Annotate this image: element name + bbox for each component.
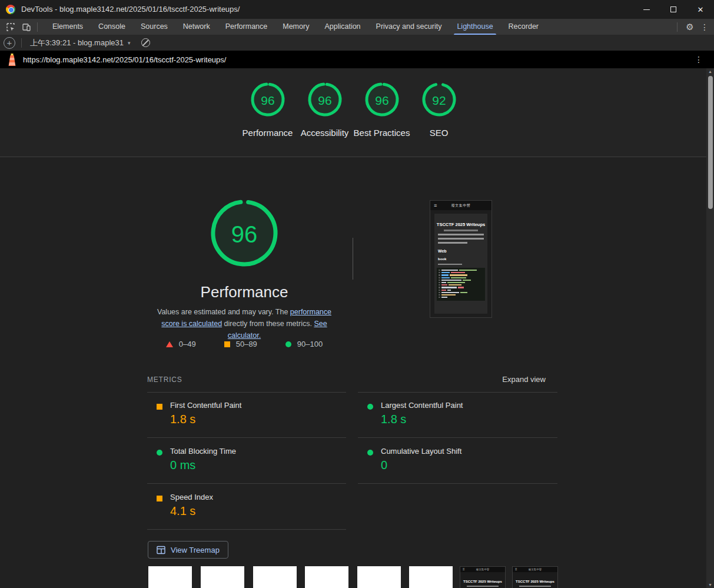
chevron-down-icon: ▾ <box>128 40 131 46</box>
mini-meta-line <box>467 586 498 587</box>
mini-site-title: 廢文集中營 <box>460 568 505 571</box>
fail-triangle-icon <box>166 341 173 347</box>
performance-description: Values are estimated and may vary. The p… <box>148 306 340 341</box>
device-toolbar-icon[interactable] <box>21 22 32 32</box>
tab-privacy-and-security[interactable]: Privacy and security <box>368 19 450 35</box>
svg-text:92: 92 <box>432 94 446 107</box>
preview-heading: Web <box>438 249 487 253</box>
preview-text-line <box>438 238 484 240</box>
category-accessibility[interactable]: 96 Accessibility <box>296 82 353 139</box>
preview-text-line <box>438 242 467 244</box>
window-titlebar: DevTools - blog.maple3142.net/2025/01/16… <box>0 0 714 19</box>
preview-site-title: 廢文集中營 <box>430 203 492 208</box>
report-url-bar: https://blog.maple3142.net/2025/01/16/ts… <box>0 51 714 68</box>
metric-speed-index: Speed Index 4.1 s <box>147 484 346 530</box>
metric-rating-icon <box>157 496 162 501</box>
close-button[interactable]: ✕ <box>687 0 714 19</box>
new-report-button[interactable]: + <box>4 37 15 49</box>
average-square-icon <box>224 341 230 347</box>
toolbar-separator <box>21 38 22 48</box>
minimize-button[interactable] <box>633 0 660 19</box>
tab-application[interactable]: Application <box>317 19 368 35</box>
preview-code-block <box>437 268 485 301</box>
tab-sources[interactable]: Sources <box>133 19 175 35</box>
metric-rating-icon <box>367 404 373 410</box>
chrome-logo-icon <box>6 5 15 14</box>
mini-meta-line <box>519 586 550 587</box>
scores-summary: 96 Performance 96 Accessibility <box>0 68 706 157</box>
preview-header: ≡ 廢文集中營 <box>430 201 492 210</box>
tab-recorder[interactable]: Recorder <box>501 19 546 35</box>
page-screenshot-preview[interactable]: ≡ 廢文集中營 TSCCTF 2025 Writeups Web book <box>430 200 492 318</box>
svg-text:96: 96 <box>318 94 331 107</box>
report-selector-dropdown[interactable]: 上午3:39:21 - blog.maple31 ▾ <box>28 38 133 48</box>
category-best-practices[interactable]: 96 Best Practices <box>353 82 410 139</box>
settings-gear-icon[interactable]: ⚙ <box>682 22 698 32</box>
preview-heading: book <box>438 257 487 261</box>
mini-page-title: TSCCTF 2025 Writeups <box>460 580 505 583</box>
legend-range: 50–89 <box>236 340 257 348</box>
tab-lighthouse[interactable]: Lighthouse <box>449 19 500 35</box>
mini-page-title: TSCCTF 2025 Writeups <box>513 580 557 583</box>
view-treemap-button[interactable]: View Treemap <box>148 541 228 559</box>
category-label: Best Practices <box>353 127 410 139</box>
window-title: DevTools - blog.maple3142.net/2025/01/16… <box>21 0 240 19</box>
category-seo[interactable]: 92 SEO <box>410 82 467 139</box>
metric-first-contentful-paint: First Contentful Paint 1.8 s <box>147 393 346 438</box>
devtools-tabbar: Elements Console Sources Network Perform… <box>0 19 714 35</box>
toolbar-separator <box>677 22 678 32</box>
tab-performance[interactable]: Performance <box>218 19 275 35</box>
metric-name: Speed Index <box>170 493 213 501</box>
metric-largest-contentful-paint: Largest Contentful Paint 1.8 s <box>358 393 557 438</box>
legend-fail: 0–49 <box>166 340 196 348</box>
report-selector-label: 上午3:39:21 - blog.maple31 <box>30 38 124 48</box>
toolbar-separator <box>37 22 38 32</box>
devtools-tabs: Elements Console Sources Network Perform… <box>45 19 546 35</box>
metric-value: 4.1 s <box>170 504 195 518</box>
devtools-window: DevTools - blog.maple3142.net/2025/01/16… <box>0 0 714 588</box>
report-url-link[interactable]: https://blog.maple3142.net/2025/01/16/ts… <box>23 55 226 64</box>
category-performance[interactable]: 96 Performance <box>239 82 296 139</box>
scroll-up-icon[interactable]: ▲ <box>706 69 714 74</box>
vertical-scrollbar[interactable]: ▲ ▼ <box>706 68 714 588</box>
svg-text:96: 96 <box>231 221 258 247</box>
metric-value: 1.8 s <box>170 413 195 426</box>
more-options-icon[interactable]: ⋮ <box>698 22 712 32</box>
tab-elements[interactable]: Elements <box>45 19 91 35</box>
legend-average: 50–89 <box>224 340 257 348</box>
legend-range: 90–100 <box>297 340 323 348</box>
scrollbar-thumb[interactable] <box>708 76 713 209</box>
mini-header: ≡ 廢文集中營 <box>513 567 557 572</box>
filmstrip-frame-blank <box>148 566 192 588</box>
filmstrip-frame-blank <box>305 566 348 588</box>
metric-total-blocking-time: Total Blocking Time 0 ms <box>147 438 346 484</box>
category-label: Performance <box>239 127 296 139</box>
metrics-heading: METRICS <box>147 376 182 384</box>
clear-reports-icon[interactable] <box>141 38 150 47</box>
tab-memory[interactable]: Memory <box>275 19 317 35</box>
scroll-down-icon[interactable]: ▼ <box>706 583 714 587</box>
category-label: Accessibility <box>296 127 353 139</box>
maximize-button[interactable] <box>660 0 687 19</box>
filmstrip-frame-blank <box>357 566 401 588</box>
expand-view-toggle[interactable]: Expand view <box>502 375 546 384</box>
report-more-options-icon[interactable]: ⋮ <box>692 55 706 64</box>
preview-page-title: TSCCTF 2025 Writeups <box>434 222 487 227</box>
inspect-element-icon[interactable] <box>5 22 16 32</box>
metric-rating-icon <box>157 450 162 456</box>
svg-text:96: 96 <box>261 94 274 107</box>
minimize-icon <box>643 9 650 10</box>
view-treemap-label: View Treemap <box>171 546 220 554</box>
metric-cumulative-layout-shift: Cumulative Layout Shift 0 <box>358 438 557 484</box>
metric-name: Largest Contentful Paint <box>381 401 463 410</box>
tab-network[interactable]: Network <box>175 19 218 35</box>
performance-score-gauge: 96 <box>208 197 280 271</box>
screenshot-filmstrip: ≡ 廢文集中營 TSCCTF 2025 Writeups ≡ 廢文集中營 TSC… <box>0 566 706 588</box>
score-legend: 0–49 50–89 90–100 <box>147 340 341 348</box>
tab-console[interactable]: Console <box>91 19 133 35</box>
good-circle-icon <box>285 341 291 347</box>
legend-good: 90–100 <box>285 340 323 348</box>
mini-site-title: 廢文集中營 <box>513 568 557 571</box>
maximize-icon <box>670 6 676 12</box>
metric-rating-icon <box>367 450 373 456</box>
